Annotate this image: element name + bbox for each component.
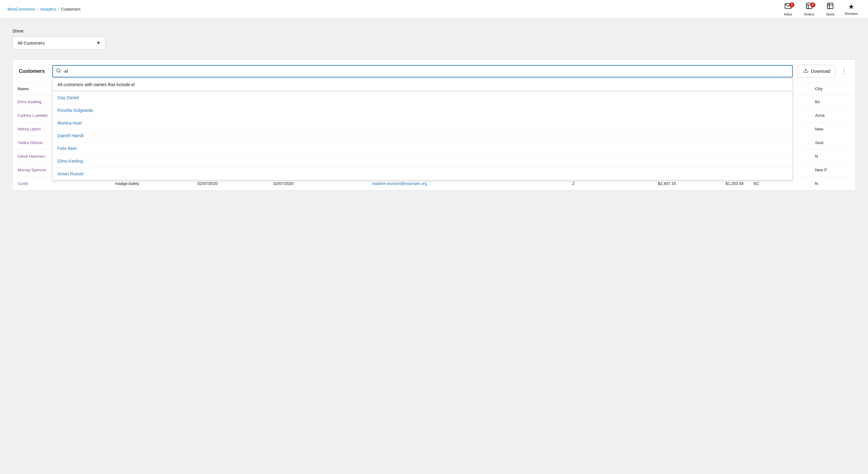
toolbar-right: Download ⋮: [798, 65, 849, 78]
inbox-button[interactable]: 1 Inbox: [779, 0, 797, 19]
inbox-label: Inbox: [784, 12, 793, 16]
main-content: Show: All Customers ▼ Customers: [0, 19, 868, 201]
orders-badge: 2: [810, 2, 815, 7]
suggestion-text: Felix Beer: [58, 146, 77, 151]
breadcrumb-analytics[interactable]: Analytics: [40, 7, 56, 11]
suggestion-text: Amari Russel: [58, 171, 83, 176]
suggestion-elmo-keeling[interactable]: Elmo Keeling: [53, 155, 793, 168]
download-button[interactable]: Download: [798, 65, 836, 78]
suggestion-text: Monica Huel: [58, 120, 82, 125]
customer-name-link[interactable]: Wilma Upton: [18, 127, 40, 131]
stock-icon: [827, 2, 834, 11]
breadcrumb-woocommerce[interactable]: WooCommerce: [7, 7, 35, 11]
customer-name-link[interactable]: Elmo Keeling: [18, 99, 41, 104]
search-container: All customers with names that include el…: [52, 65, 793, 78]
reviews-button[interactable]: ★ Reviews: [842, 0, 861, 19]
cell-city: Anna: [810, 109, 855, 122]
reviews-label: Reviews: [845, 12, 858, 16]
breadcrumb: WooCommerce / Analytics / Customers: [7, 7, 81, 11]
dropdown-selected-value: All Customers: [18, 40, 44, 46]
breadcrumb-sep-2: /: [58, 7, 59, 11]
reviews-icon: ★: [848, 3, 855, 11]
customer-name-link[interactable]: Cydney Lueilwitz: [18, 113, 48, 118]
dropdown-select-display[interactable]: All Customers: [12, 36, 105, 50]
download-icon: [803, 67, 809, 75]
suggestion-rosella-gulgowski[interactable]: Rosella Gulgowski: [53, 104, 793, 117]
suggestion-gay-daniel[interactable]: Gay Daniel: [53, 91, 793, 104]
cell-city: Bo: [810, 95, 855, 109]
cell-city: New P: [810, 163, 855, 177]
suggestion-amari-russel[interactable]: Amari Russel: [53, 168, 793, 180]
more-icon: ⋮: [841, 67, 847, 75]
customer-name-link[interactable]: Murray Spencer: [18, 168, 46, 172]
breadcrumb-current: Customers: [61, 7, 81, 11]
cell-city: N: [810, 150, 855, 163]
suggestion-text: Rosella Gulgowski: [58, 108, 93, 113]
suggestion-text: Darrell Hamill: [58, 133, 84, 138]
orders-button[interactable]: 2 Orders: [800, 0, 818, 19]
suggestion-felix-beer[interactable]: Felix Beer: [53, 142, 793, 155]
col-city: City: [810, 83, 855, 95]
show-label: Show:: [12, 29, 856, 33]
search-input[interactable]: [52, 65, 793, 78]
customer-name-link[interactable]: Curtis: [18, 181, 28, 186]
breadcrumb-sep-1: /: [37, 7, 38, 11]
suggestion-text: Gay Daniel: [58, 95, 79, 100]
suggestion-all-text: All customers with names that include el: [58, 82, 135, 87]
email-link[interactable]: vladimir.wuckert@example.org: [372, 181, 427, 186]
suggestion-text: Elmo Keeling: [58, 159, 83, 164]
suggestion-all-customers[interactable]: All customers with names that include el: [53, 78, 793, 91]
suggestion-darrell-hamill[interactable]: Darrell Hamill: [53, 129, 793, 142]
suggestions-dropdown: All customers with names that include el…: [52, 78, 793, 180]
stock-label: Stock: [826, 12, 835, 16]
suggestion-monica-huel[interactable]: Monica Huel: [53, 117, 793, 129]
inbox-badge: 1: [789, 2, 794, 7]
download-label: Download: [811, 69, 830, 74]
customer-name-link[interactable]: Cleve Hammes: [18, 154, 45, 159]
stock-button[interactable]: Stock: [821, 0, 839, 19]
table-toolbar: Customers All customers with names that …: [13, 60, 855, 83]
cell-city: N: [810, 177, 855, 190]
customers-table-wrapper: Customers All customers with names that …: [12, 59, 856, 190]
header-icons: 1 Inbox 2 Orders Stock: [779, 0, 861, 19]
cell-city: Sout: [810, 136, 855, 150]
header: WooCommerce / Analytics / Customers 1 In…: [0, 0, 868, 19]
customer-name-link[interactable]: Yadira Gibson: [18, 140, 43, 145]
cell-city: New: [810, 122, 855, 136]
table-title: Customers: [19, 68, 45, 74]
orders-label: Orders: [804, 12, 814, 16]
more-options-button[interactable]: ⋮: [839, 66, 849, 76]
customer-type-dropdown[interactable]: All Customers ▼: [12, 36, 105, 50]
